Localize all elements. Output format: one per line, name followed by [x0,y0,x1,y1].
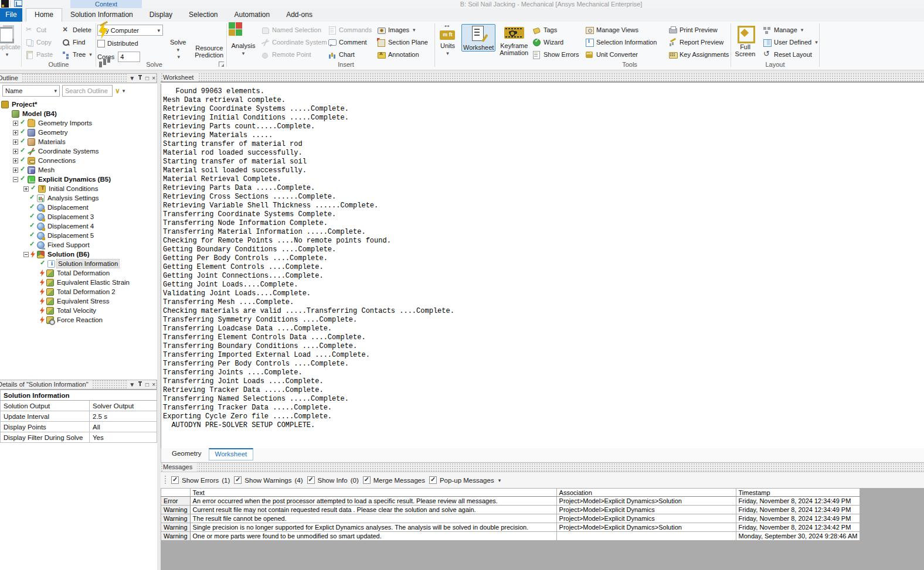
expander-icon[interactable] [13,177,18,182]
tree-item-equivalent-stress[interactable]: Equivalent Stress [0,296,157,306]
show-warnings-filter[interactable]: Show Warnings(4) [234,476,303,484]
tree-item-connections[interactable]: Connections [0,156,157,165]
quick-access-icon[interactable] [14,0,22,7]
pin-icon[interactable] [138,381,142,388]
units-button[interactable]: Units [436,24,459,57]
message-row[interactable]: Warning Single precision is no longer su… [161,523,860,532]
severity-column-header[interactable] [161,489,191,497]
print-preview-button[interactable]: Print Preview [666,24,731,36]
solver-output-area[interactable]: Found 99063 elements. Mesh Data retrieva… [161,84,924,448]
show-info-filter[interactable]: Show Info(0) [307,476,359,484]
more-options-caret-icon[interactable]: ▾ [123,88,125,94]
popup-messages-filter[interactable]: Pop-up Messages [429,476,494,484]
panel-menu-icon[interactable]: ▼ [129,74,135,83]
popup-messages-checkbox[interactable] [429,476,437,484]
context-ribbon-tab[interactable]: Context [70,0,142,8]
tree-item-total-velocity[interactable]: Total Velocity [0,306,157,315]
details-value[interactable]: 2.5 s [90,411,157,422]
images-button[interactable]: Images [375,24,433,36]
message-row[interactable]: Warning One or more parts were found to … [161,532,860,541]
resource-prediction-button[interactable]: Resource Prediction [193,24,225,63]
tree-item-analysis-settings[interactable]: Analysis Settings [0,193,157,203]
app-icon[interactable] [1,0,9,8]
comment-button[interactable]: Comment [325,36,372,48]
expander-icon[interactable] [13,130,18,135]
tree-item-displacement-5[interactable]: Displacement 5 [0,231,157,240]
show-warnings-checkbox[interactable] [234,476,242,484]
details-value[interactable]: All [90,422,157,432]
outline-filter-dropdown[interactable]: Name▾ [2,85,60,97]
merge-messages-filter[interactable]: Merge Messages [363,476,425,484]
tree-item-materials[interactable]: Materials [0,137,157,146]
tree-item-initial-conditions[interactable]: Initial Conditions [0,184,157,193]
unit-converter-button[interactable]: Unit Converter [583,49,664,60]
solve-target-dropdown[interactable]: My Computer▾ [97,25,163,36]
manage-button[interactable]: Manage [760,24,817,36]
tree-item-equivalent-elastic-strain[interactable]: Equivalent Elastic Strain [0,278,157,287]
search-outline-input[interactable] [62,85,113,97]
float-icon[interactable]: □ [145,380,149,389]
tree-item-displacement[interactable]: Displacement [0,203,157,212]
messages-toolbar-caret-icon[interactable]: ▾ [498,477,501,483]
tree-item-solution-information[interactable]: Solution Information [0,259,157,268]
tab-add-ons[interactable]: Add-ons [278,8,321,22]
tab-selection[interactable]: Selection [181,8,226,22]
key-assignments-button[interactable]: Key Assignments [666,49,731,60]
selection-information-button[interactable]: Selection Information [583,36,664,48]
chart-button[interactable]: Chart [325,49,372,60]
distributed-checkbox-box[interactable] [97,40,105,47]
expander-icon[interactable] [13,168,18,173]
message-row[interactable]: Warning Current result file may not cont… [161,506,860,514]
timestamp-column-header[interactable]: Timestamp [736,489,860,497]
expand-options-icon[interactable]: ∨ [115,88,120,94]
report-preview-button[interactable]: Report Preview [666,36,731,48]
file-tab[interactable]: File [0,8,22,22]
tab-worksheet[interactable]: Worksheet [209,448,254,460]
tree-item-explicit-dynamics[interactable]: Explicit Dynamics (B5) [0,175,157,184]
find-button[interactable]: Find [59,36,96,48]
expander-icon[interactable] [13,158,18,163]
panel-menu-icon[interactable]: ▼ [129,380,135,389]
text-column-header[interactable]: Text [190,489,556,497]
analysis-button[interactable]: Analysis [228,24,259,57]
full-screen-button[interactable]: Full Screen [732,24,758,61]
solve-dialog-launcher[interactable] [219,62,224,67]
user-defined-button[interactable]: User Defined [760,36,817,48]
message-row[interactable]: Error An error occurred when the post pr… [161,497,860,506]
tab-geometry[interactable]: Geometry [166,448,208,459]
tab-solution-information[interactable]: Solution Information [62,8,141,22]
show-errors-filter[interactable]: Show Errors(1) [171,476,230,484]
float-icon[interactable]: □ [145,74,149,83]
solve-button[interactable]: Solve [167,24,189,63]
expander-icon[interactable] [23,252,29,257]
tree-item-geometry[interactable]: Geometry [0,128,157,137]
tags-button[interactable]: Tags [530,24,580,36]
tree-item-coordinate-systems[interactable]: Coordinate Systems [0,146,157,156]
tree-button[interactable]: Tree [59,49,96,60]
delete-button[interactable]: Delete [59,24,96,36]
tree-item-geometry-imports[interactable]: Geometry Imports [0,118,157,128]
keyframe-animation-button[interactable]: Keyframe Animation [498,24,530,56]
annotation-button[interactable]: Annotation [375,49,433,60]
expander-icon[interactable] [13,149,18,154]
tree-item-displacement-3[interactable]: Displacement 3 [0,212,157,221]
section-plane-button[interactable]: Section Plane [375,36,433,48]
merge-messages-checkbox[interactable] [363,476,371,484]
outline-panel-header[interactable]: Outline ▼ □ × [0,73,157,83]
wizard-button[interactable]: Wizard [530,36,580,48]
close-icon[interactable]: × [152,380,155,389]
details-value[interactable]: Yes [90,432,157,443]
close-icon[interactable]: × [152,74,155,83]
tree-item-project[interactable]: Project* [0,100,157,109]
tree-item-solution[interactable]: Solution (B6) [0,250,157,259]
show-errors-button[interactable]: Show Errors [530,49,580,60]
manage-views-button[interactable]: Manage Views [583,24,664,36]
details-value[interactable]: Solver Output [90,401,157,411]
tree-item-fixed-support[interactable]: Fixed Support [0,240,157,250]
expander-icon[interactable] [13,121,18,126]
distributed-checkbox[interactable]: Distributed [97,37,163,49]
worksheet-button[interactable]: Worksheet [461,24,496,52]
tab-display[interactable]: Display [141,8,181,22]
reset-layout-button[interactable]: Reset Layout [760,49,817,60]
pin-icon[interactable] [138,75,142,81]
